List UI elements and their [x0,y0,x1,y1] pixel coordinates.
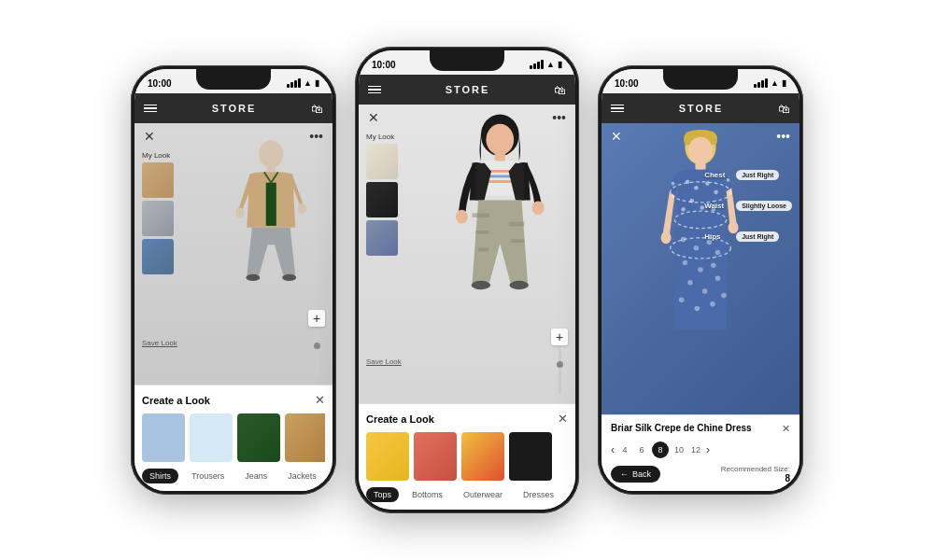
more-btn-3[interactable]: ••• [776,129,790,144]
svg-rect-2 [266,183,276,226]
size-opt-4[interactable]: 4 [618,445,631,455]
svg-point-20 [472,281,490,289]
waist-fit-badge: Slightly Loose [736,201,792,211]
size-opt-12[interactable]: 12 [689,445,702,455]
zoom-slider-1[interactable] [316,329,318,375]
svg-point-0 [259,140,283,168]
dress-title: Briar Silk Crepe de Chine Dress [611,423,782,433]
svg-point-8 [486,124,514,155]
store-title-2: STORE [446,84,490,95]
thumb-pants-1[interactable] [142,201,174,236]
tryon-area-2: ✕ ••• My Look [359,105,575,403]
menu-icon-2[interactable] [368,86,381,94]
svg-point-21 [510,281,529,289]
cat-tab-jackets[interactable]: Jackets [280,469,324,483]
svg-rect-18 [510,239,524,243]
clothing-item-scarf[interactable] [461,432,504,481]
zoom-slider-2[interactable] [559,347,561,394]
cat-tab-jeans[interactable]: Jeans [237,469,275,483]
zoom-handle-1 [314,343,320,349]
save-look-2[interactable]: Save Look [366,357,402,366]
cart-icon-1[interactable]: 🛍 [311,102,323,116]
cart-icon-2[interactable]: 🛍 [554,83,566,97]
size-next-arrow[interactable]: › [706,443,710,456]
bottom-row-3: ← Back Recommended Size: 8 [611,465,790,483]
panel-header-1: Create a Look ✕ [142,393,325,407]
clothing-item-top-yellow[interactable] [366,432,409,481]
app-header-1: STORE 🛍 [134,93,333,123]
cat-tab-dresses[interactable]: Dresses [516,487,561,502]
save-look-1[interactable]: Save Look [142,339,177,347]
notch-3 [663,69,738,90]
menu-icon-1[interactable] [144,105,157,113]
clothing-item-shirt-blue[interactable] [142,413,185,462]
menu-icon-3[interactable] [611,105,624,113]
svg-point-26 [694,186,699,190]
thumb-outfit-top-2[interactable] [366,144,398,179]
hips-label: Hips [704,232,730,241]
size-prev-arrow[interactable]: ‹ [611,443,615,456]
clothing-item-top-floral[interactable] [414,432,457,481]
svg-point-50 [721,293,727,299]
time-2: 10:00 [372,60,396,70]
panel-title-2: Create a Look [366,413,434,425]
cart-icon-3[interactable]: 🛍 [778,102,790,116]
thumb-jeans-1[interactable] [142,239,174,274]
wifi-icon-3: ▲ [771,78,779,88]
svg-point-5 [246,274,260,281]
cat-tab-outerwear[interactable]: Outerwear [456,487,510,502]
panel-close-1[interactable]: ✕ [315,393,325,407]
thumb-jacket-1[interactable] [142,162,174,198]
zoom-plus-1[interactable]: + [308,310,325,327]
more-btn-1[interactable]: ••• [309,129,323,144]
tryon-controls-3: ✕ ••• [601,129,800,144]
status-icons-3: ▲ ▮ [754,78,786,88]
chest-fit-badge: Just Right [736,170,779,180]
back-button[interactable]: ← Back [611,466,660,483]
size-opt-6[interactable]: 6 [635,445,648,455]
phone-3: 10:00 ▲ ▮ [598,65,803,495]
svg-point-47 [679,297,685,302]
store-title-3: STORE [679,103,724,114]
zoom-plus-2[interactable]: + [551,329,568,345]
dress-close-btn[interactable]: ✕ [782,423,790,435]
svg-point-43 [711,263,716,269]
status-icons-1: ▲ ▮ [287,78,319,88]
back-arrow-icon: ← [620,469,629,479]
phone-1: 10:00 ▲ ▮ [131,65,336,495]
svg-rect-16 [509,222,525,227]
clothing-item-polo[interactable] [237,413,280,462]
fit-overlay-3: Chest Just Right Waist Slightly Loose Hi… [704,170,792,242]
close-btn-3[interactable]: ✕ [611,129,622,144]
tryon-area-1: ✕ ••• My Look [134,123,333,385]
thumb-pants-2[interactable] [366,220,398,256]
fit-row-hips: Hips Just Right [704,231,792,242]
my-look-label-2: My Look [366,133,398,141]
svg-point-45 [702,288,708,294]
waist-label: Waist [704,202,730,210]
tryon-controls-1: ✕ ••• [134,129,333,144]
cat-tab-shirts[interactable]: Shirts [142,469,178,483]
more-btn-2[interactable]: ••• [552,110,566,125]
avatar-svg-2 [412,109,571,352]
cat-tab-tops[interactable]: Tops [366,487,399,502]
clothing-grid-2 [366,432,568,481]
cat-tab-trousers[interactable]: Trousers [184,469,232,483]
my-look-thumbs-2 [366,144,398,256]
cat-tab-bottoms[interactable]: Bottoms [404,487,450,502]
clothing-item-top-dark[interactable] [509,432,552,481]
app-header-3: STORE 🛍 [601,93,800,123]
size-opt-10[interactable]: 10 [672,445,686,455]
zoom-control-2: + [551,329,568,394]
notch-1 [196,69,271,90]
dress-panel-3: Briar Silk Crepe de Chine Dress ✕ ‹ 4 6 … [601,414,800,491]
clothing-item-shirt-light[interactable] [190,413,233,462]
my-look-thumbs-1 [142,162,174,274]
close-btn-1[interactable]: ✕ [144,129,155,144]
panel-close-2[interactable]: ✕ [558,412,568,426]
size-opt-8-selected[interactable]: 8 [652,441,669,458]
clothing-item-print[interactable] [285,413,325,462]
thumb-jacket-2[interactable] [366,182,398,217]
close-btn-2[interactable]: ✕ [368,110,379,125]
svg-point-42 [698,267,703,273]
